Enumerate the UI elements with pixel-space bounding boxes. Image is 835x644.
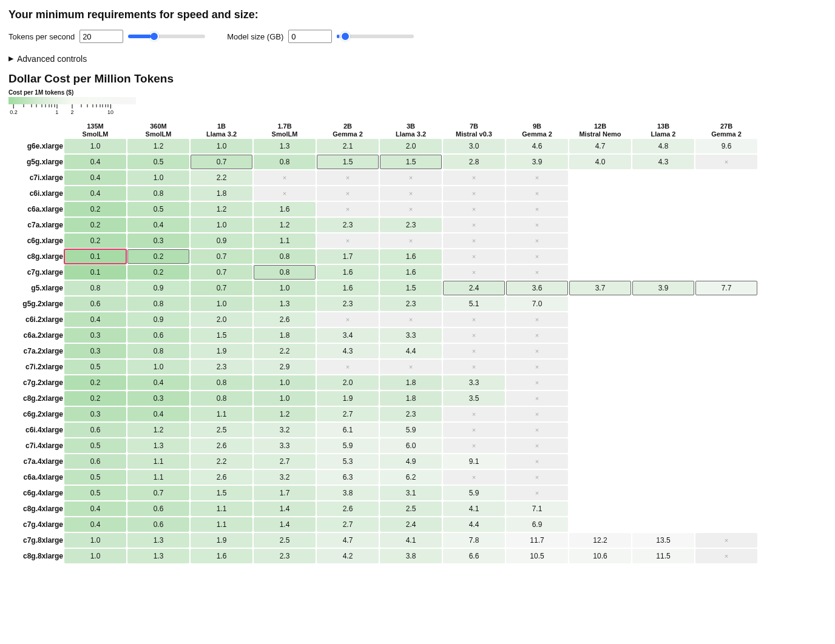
heatmap-cell: × — [317, 312, 379, 327]
legend-gradient — [8, 97, 136, 104]
heatmap-cell — [632, 501, 694, 516]
heatmap-cell: × — [443, 344, 505, 358]
heatmap-cell: 0.8 — [191, 391, 252, 406]
heatmap-cell — [632, 344, 694, 358]
controls-row: Tokens per second Model size (GB) — [8, 30, 827, 43]
heatmap-cell: 1.0 — [254, 375, 316, 390]
heatmap-cell: 1.2 — [127, 423, 189, 437]
heatmap-cell: × — [506, 233, 568, 248]
heatmap-cell: 1.2 — [254, 218, 316, 232]
heatmap-cell — [632, 328, 694, 343]
row-header: c7i.2xlarge — [10, 360, 63, 374]
heatmap-cell — [569, 454, 631, 469]
column-header: 3BLlama 3.2 — [380, 122, 442, 138]
heatmap-cell: 4.9 — [380, 454, 442, 469]
heatmap-cell: 1.6 — [380, 265, 442, 280]
heatmap-cell: 1.3 — [254, 139, 316, 153]
heatmap-cell — [569, 407, 631, 421]
heatmap-cell: 3.0 — [443, 139, 505, 153]
heatmap-cell: × — [695, 533, 757, 548]
heatmap-cell — [695, 202, 757, 216]
heatmap-cell: 10.5 — [506, 549, 568, 563]
heatmap-cell: 3.8 — [317, 486, 379, 500]
heatmap-cell: 1.0 — [191, 139, 252, 153]
column-header: 135MSmolLM — [64, 122, 126, 138]
heatmap-cell: 11.5 — [632, 549, 694, 563]
heatmap-cell: 1.2 — [191, 202, 252, 216]
heatmap-cell: × — [506, 360, 568, 374]
heatmap-cell: × — [506, 265, 568, 280]
heatmap-cell — [695, 344, 757, 358]
heatmap-cell: 0.9 — [191, 233, 252, 248]
heatmap-cell: × — [443, 265, 505, 280]
heatmap-cell — [632, 391, 694, 406]
heatmap-cell — [632, 265, 694, 280]
heatmap-cell: 6.1 — [317, 423, 379, 437]
row-header: c7a.2xlarge — [10, 344, 63, 358]
heatmap-cell: 1.1 — [191, 501, 252, 516]
heatmap-cell: 1.1 — [127, 454, 189, 469]
heatmap-cell: 0.2 — [64, 218, 126, 232]
heatmap-cell: 1.0 — [254, 281, 316, 295]
heatmap-cell — [695, 501, 757, 516]
heatmap-cell: 2.0 — [317, 375, 379, 390]
heatmap-cell — [569, 297, 631, 311]
column-header: 1.7BSmolLM — [254, 122, 316, 138]
heatmap-cell — [695, 328, 757, 343]
heatmap-cell: 1.9 — [191, 344, 252, 358]
heatmap-cell: × — [695, 549, 757, 563]
heatmap-cell: 0.6 — [64, 423, 126, 437]
heatmap-cell — [695, 218, 757, 232]
heatmap-cell: 1.8 — [380, 391, 442, 406]
heatmap-cell: 0.4 — [64, 186, 126, 201]
heatmap-cell: 4.7 — [317, 533, 379, 548]
heatmap-cell — [632, 297, 694, 311]
tokens-input[interactable] — [79, 30, 123, 43]
heatmap-cell: 3.3 — [380, 328, 442, 343]
heatmap-cell: × — [380, 202, 442, 216]
heatmap-cell — [695, 170, 757, 185]
heatmap-cell — [695, 312, 757, 327]
heatmap-cell: 0.8 — [254, 249, 316, 264]
heatmap-cell — [695, 438, 757, 453]
heatmap-cell — [569, 202, 631, 216]
row-header: c6g.xlarge — [10, 233, 63, 248]
heatmap-cell — [695, 265, 757, 280]
heatmap-cell: 1.4 — [254, 501, 316, 516]
heatmap-cell: × — [443, 233, 505, 248]
color-legend: Cost per 1M tokens ($) 0.21210 — [8, 89, 827, 115]
model-size-input[interactable] — [288, 30, 332, 43]
heatmap-cell — [569, 328, 631, 343]
column-header: 2BGemma 2 — [317, 122, 379, 138]
heatmap-cell — [632, 438, 694, 453]
heatmap-cell: 1.5 — [191, 328, 252, 343]
heatmap-cell — [695, 486, 757, 500]
heatmap-cell: 3.2 — [254, 423, 316, 437]
heatmap-cell — [695, 423, 757, 437]
tokens-slider[interactable] — [129, 35, 205, 38]
heatmap-cell: 0.6 — [64, 297, 126, 311]
heatmap-cell: × — [506, 391, 568, 406]
heatmap-cell: 2.9 — [254, 360, 316, 374]
column-header: 12BMistral Nemo — [569, 122, 631, 138]
heatmap-cell — [695, 391, 757, 406]
heatmap-cell — [632, 407, 694, 421]
model-size-slider[interactable] — [338, 35, 414, 38]
advanced-controls[interactable]: Advanced controls — [8, 54, 827, 64]
heatmap-cell: 3.2 — [254, 470, 316, 485]
column-header: 1BLlama 3.2 — [191, 122, 252, 138]
heatmap-cell: 0.2 — [64, 375, 126, 390]
heatmap-cell: 4.4 — [380, 344, 442, 358]
heatmap-cell — [569, 344, 631, 358]
heatmap-cell: × — [317, 202, 379, 216]
column-header: 13BLlama 2 — [632, 122, 694, 138]
heatmap-cell: × — [506, 328, 568, 343]
heatmap-cell: 2.7 — [317, 517, 379, 532]
heatmap-cell: 0.6 — [127, 501, 189, 516]
heatmap-cell: × — [254, 170, 316, 185]
heatmap-cell — [569, 423, 631, 437]
row-header: c6i.2xlarge — [10, 312, 63, 327]
heatmap-cell: 0.8 — [127, 297, 189, 311]
heatmap-cell: 2.6 — [254, 312, 316, 327]
heatmap-cell: 1.6 — [254, 202, 316, 216]
